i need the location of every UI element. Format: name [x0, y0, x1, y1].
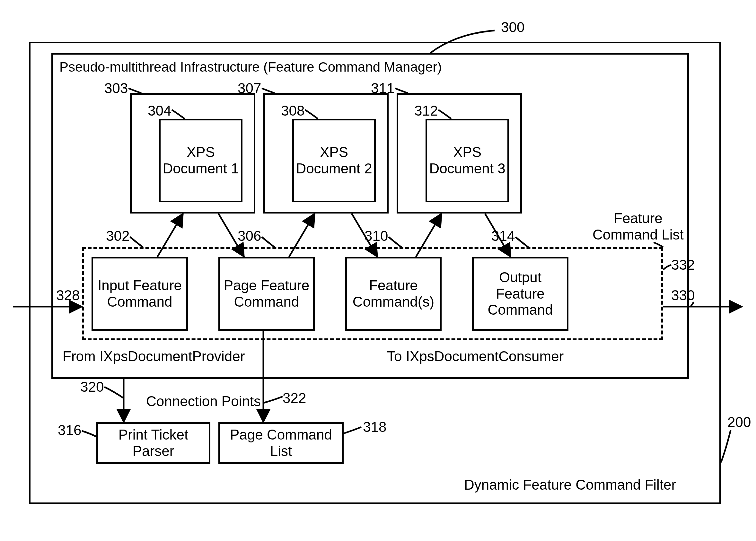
page-feature-command: Page Feature Command: [218, 257, 315, 331]
feature-commands-label: Feature Command(s): [347, 259, 440, 329]
ref-312: 312: [414, 103, 438, 119]
doc1-label: XPS Document 1: [161, 120, 241, 201]
page-command-list-label: Page Command List: [220, 424, 342, 462]
manager-title: Pseudo-multithread Infrastructure (Featu…: [59, 59, 442, 75]
feature-commands: Feature Command(s): [345, 257, 441, 331]
input-feature-command: Input Feature Command: [92, 257, 188, 331]
doc2-inner: XPS Document 2: [292, 119, 376, 202]
doc3-inner: XPS Document 3: [425, 119, 509, 202]
doc3-label: XPS Document 3: [427, 120, 507, 201]
ref-322: 322: [283, 390, 306, 406]
ref-310: 310: [365, 228, 388, 244]
ref-302: 302: [106, 228, 129, 244]
feature-command-list-label: Feature Command List: [592, 210, 684, 243]
ref-314: 314: [491, 228, 515, 244]
doc2-label: XPS Document 2: [294, 120, 374, 201]
input-feature-command-label: Input Feature Command: [93, 259, 186, 329]
ref-303: 303: [104, 80, 128, 97]
ref-330: 330: [671, 287, 695, 304]
output-feature-command-label: Output Feature Command: [474, 259, 567, 329]
from-provider-label: From IXpsDocumentProvider: [63, 348, 245, 365]
page-command-list: Page Command List: [218, 422, 344, 464]
ref-320: 320: [80, 379, 104, 395]
ref-306: 306: [238, 228, 261, 244]
diagram-stage: Pseudo-multithread Infrastructure (Featu…: [0, 0, 756, 541]
ref-300: 300: [501, 19, 524, 36]
outer-title: Dynamic Feature Command Filter: [464, 477, 676, 493]
ref-311: 311: [371, 80, 394, 97]
ref-304: 304: [148, 103, 171, 119]
ref-316: 316: [58, 422, 81, 439]
ref-307: 307: [238, 80, 261, 97]
to-consumer-label: To IXpsDocumentConsumer: [387, 348, 564, 365]
output-feature-command: Output Feature Command: [472, 257, 568, 331]
ref-200: 200: [727, 414, 751, 430]
connection-points-label: Connection Points: [146, 393, 261, 410]
ref-308: 308: [281, 103, 305, 119]
ref-328: 328: [56, 287, 80, 304]
page-feature-command-label: Page Feature Command: [220, 259, 313, 329]
ref-332: 332: [671, 257, 695, 273]
print-ticket-parser-label: Print Ticket Parser: [98, 424, 209, 462]
doc1-inner: XPS Document 1: [159, 119, 243, 202]
ref-318: 318: [363, 419, 386, 435]
print-ticket-parser: Print Ticket Parser: [96, 422, 210, 464]
